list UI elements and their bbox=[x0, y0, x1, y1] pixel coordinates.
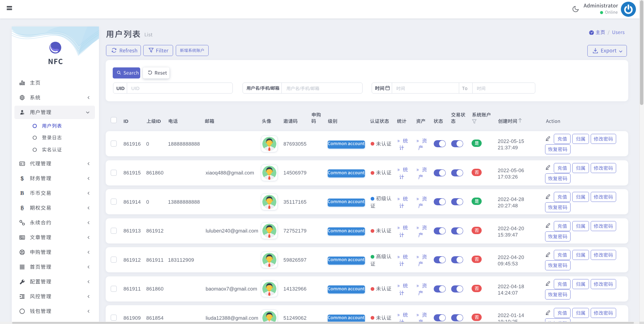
svg-text:$: $ bbox=[21, 176, 24, 181]
svg-text:B: B bbox=[20, 205, 24, 211]
svg-text:B: B bbox=[20, 190, 24, 196]
